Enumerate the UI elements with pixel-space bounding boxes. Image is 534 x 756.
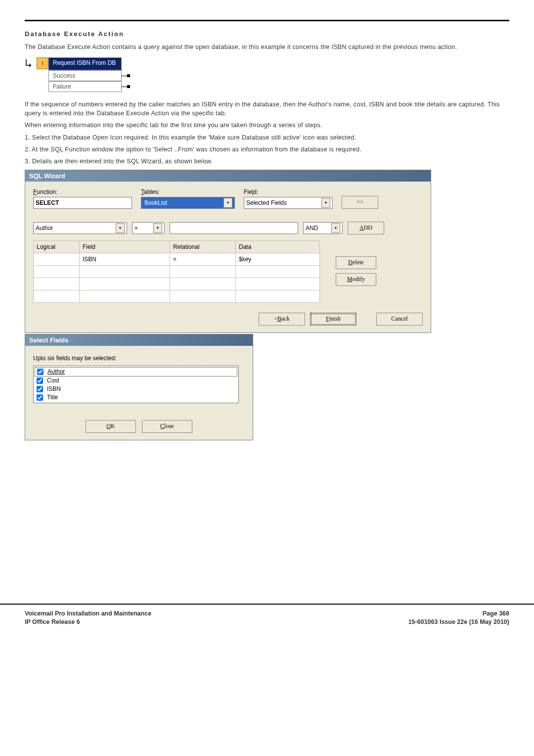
database-action-icon: !: [37, 57, 48, 69]
footer-page: Page 368: [483, 610, 509, 617]
checkbox[interactable]: [37, 378, 43, 384]
tables-value: BookList: [143, 199, 168, 207]
function-value: SELECT: [36, 199, 59, 206]
field-checkbox-cost[interactable]: Cost: [35, 377, 237, 385]
field-checkbox-title[interactable]: Title: [35, 393, 237, 402]
cancel-button[interactable]: Cancel: [376, 313, 423, 326]
paragraph-2: If the sequence of numbers entered by th…: [25, 100, 509, 118]
dropdown-arrow-icon[interactable]: ▼: [331, 223, 340, 233]
tables-combo[interactable]: BookList ▼: [141, 197, 235, 209]
field-checkbox-isbn[interactable]: ISBN: [35, 385, 237, 393]
table-row[interactable]: [34, 278, 320, 290]
intro-paragraph: The Database Execute Action contains a q…: [25, 43, 509, 51]
function-combo[interactable]: SELECT: [33, 197, 132, 209]
cond-op-combo[interactable]: = ▼: [132, 222, 165, 234]
col-data[interactable]: Data: [236, 240, 320, 253]
col-relational[interactable]: Relational: [170, 240, 236, 253]
step-1: 1. Select the Database Open Icon require…: [25, 133, 509, 142]
add-button[interactable]: ADD: [348, 222, 384, 235]
table-row[interactable]: [34, 265, 320, 278]
dropdown-arrow-icon[interactable]: ▼: [223, 198, 232, 208]
function-label: Function:: [33, 189, 132, 195]
cond-logic-value: AND: [306, 225, 318, 232]
page-footer: Voicemail Pro Installation and Maintenan…: [0, 604, 534, 639]
sql-wizard-title: SQL Wizard: [25, 170, 431, 182]
dropdown-arrow-icon[interactable]: ▼: [153, 223, 162, 233]
checkbox[interactable]: [37, 386, 43, 392]
section-heading: Database Execute Action: [25, 30, 509, 38]
footer-doc-title: Voicemail Pro Installation and Maintenan…: [25, 610, 151, 617]
request-isbn-widget: ! Request ISBN From DB Success Failure: [25, 57, 509, 92]
footer-product: IP Office Release 6: [25, 618, 80, 625]
table-row[interactable]: [34, 290, 320, 302]
conditions-table[interactable]: Logical Field Relational Data ISBN = $ke…: [33, 240, 320, 303]
finish-button[interactable]: Finish: [310, 313, 356, 326]
request-title-cell: Request ISBN From DB: [48, 57, 122, 70]
request-success-cell: Success: [48, 70, 122, 81]
step-2: 2. At the SQL Function window the option…: [25, 145, 509, 154]
cond-field-combo[interactable]: Author ▼: [33, 222, 127, 234]
modify-button[interactable]: Modify: [336, 273, 376, 286]
flow-arrow-icon: [25, 57, 35, 70]
expand-button[interactable]: >>: [342, 196, 378, 209]
sql-wizard-window: SQL Wizard Function: SELECT Tables: Book…: [25, 170, 431, 333]
step-3: 3. Details are then entered into the SQL…: [25, 157, 509, 166]
cond-field-value: Author: [36, 225, 53, 232]
fields-checklist[interactable]: Author Cost ISBN Title: [33, 366, 239, 403]
ok-button[interactable]: OK: [86, 420, 136, 433]
cond-op-value: =: [134, 225, 138, 232]
col-logical[interactable]: Logical: [34, 240, 80, 253]
request-failure-cell: Failure: [48, 81, 122, 92]
paragraph-3: When entering information into the speci…: [25, 121, 509, 130]
col-field[interactable]: Field: [80, 240, 170, 253]
field-checkbox-author[interactable]: Author: [35, 367, 237, 377]
checkbox[interactable]: [37, 394, 43, 401]
cond-value-input[interactable]: [170, 222, 298, 234]
select-fields-title: Select Fields: [25, 334, 253, 346]
checkbox[interactable]: [37, 369, 44, 375]
select-fields-instruction: Upto six fields may be selected:: [33, 355, 245, 362]
field-label: Field:: [244, 189, 333, 195]
dropdown-arrow-icon[interactable]: ▼: [321, 198, 330, 208]
cond-logic-combo[interactable]: AND ▼: [303, 222, 343, 234]
footer-issue: 15-601063 Issue 22e (16 May 2010): [408, 618, 509, 625]
select-fields-window: Select Fields Upto six fields may be sel…: [25, 334, 253, 440]
field-value: Selected Fields: [246, 199, 287, 206]
close-button[interactable]: Close: [142, 420, 192, 433]
field-combo[interactable]: Selected Fields ▼: [244, 197, 333, 209]
tables-label: Tables:: [141, 189, 235, 195]
table-row[interactable]: ISBN = $key: [34, 253, 320, 265]
back-button[interactable]: < Back: [259, 313, 305, 326]
delete-button[interactable]: Delete: [336, 256, 376, 269]
dropdown-arrow-icon[interactable]: ▼: [116, 223, 125, 233]
